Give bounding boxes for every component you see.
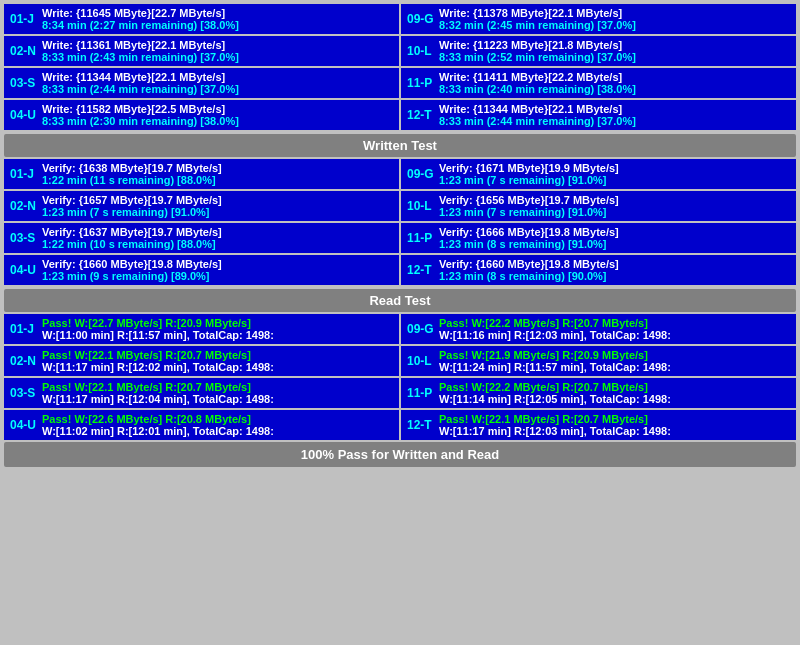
cell-line2: W:[11:17 min] R:[12:04 min], TotalCap: 1… [42,393,393,405]
cell-line1: Write: {11378 MByte}[22.1 MByte/s] [439,7,790,19]
drive-cell-01-j: 01-JPass! W:[22.7 MByte/s] R:[20.9 MByte… [4,314,399,344]
drive-cell-12-t: 12-TVerify: {1660 MByte}[19.8 MByte/s]1:… [401,255,796,285]
main-container: 01-JWrite: {11645 MByte}[22.7 MByte/s]8:… [0,0,800,471]
drive-cell-02-n: 02-NVerify: {1657 MByte}[19.7 MByte/s]1:… [4,191,399,221]
cell-id: 09-G [407,167,435,181]
cell-line1: Write: {11344 MByte}[22.1 MByte/s] [42,71,393,83]
cell-line2: 8:33 min (2:52 min remaining) [37.0%] [439,51,790,63]
left-column: 01-JWrite: {11645 MByte}[22.7 MByte/s]8:… [4,4,399,130]
cell-line2: 1:23 min (9 s remaining) [89.0%] [42,270,393,282]
drive-cell-01-j: 01-JWrite: {11645 MByte}[22.7 MByte/s]8:… [4,4,399,34]
drive-cell-03-s: 03-SWrite: {11344 MByte}[22.1 MByte/s]8:… [4,68,399,98]
cell-line2: 1:22 min (11 s remaining) [88.0%] [42,174,393,186]
cell-id: 02-N [10,199,38,213]
cell-line1: Verify: {1656 MByte}[19.7 MByte/s] [439,194,790,206]
write-section: 01-JWrite: {11645 MByte}[22.7 MByte/s]8:… [4,4,796,130]
cell-id: 04-U [10,418,38,432]
drive-cell-09-g: 09-GVerify: {1671 MByte}[19.9 MByte/s]1:… [401,159,796,189]
cell-line1: Pass! W:[22.2 MByte/s] R:[20.7 MByte/s] [439,317,790,329]
cell-line2: 1:23 min (7 s remaining) [91.0%] [42,206,393,218]
cell-id: 10-L [407,44,435,58]
drive-cell-01-j: 01-JVerify: {1638 MByte}[19.7 MByte/s]1:… [4,159,399,189]
cell-line2: 1:23 min (8 s remaining) [91.0%] [439,238,790,250]
cell-line1: Pass! W:[22.2 MByte/s] R:[20.7 MByte/s] [439,381,790,393]
cell-line2: 1:23 min (8 s remaining) [90.0%] [439,270,790,282]
cell-line2: 8:32 min (2:45 min remaining) [37.0%] [439,19,790,31]
cell-id: 12-T [407,418,435,432]
cell-line1: Verify: {1657 MByte}[19.7 MByte/s] [42,194,393,206]
drive-cell-09-g: 09-GPass! W:[22.2 MByte/s] R:[20.7 MByte… [401,314,796,344]
cell-line2: 8:33 min (2:43 min remaining) [37.0%] [42,51,393,63]
cell-id: 03-S [10,231,38,245]
cell-line1: Verify: {1671 MByte}[19.9 MByte/s] [439,162,790,174]
cell-id: 12-T [407,263,435,277]
cell-line1: Pass! W:[22.7 MByte/s] R:[20.9 MByte/s] [42,317,393,329]
drive-cell-10-l: 10-LVerify: {1656 MByte}[19.7 MByte/s]1:… [401,191,796,221]
drive-cell-12-t: 12-TPass! W:[22.1 MByte/s] R:[20.7 MByte… [401,410,796,440]
drive-cell-11-p: 11-PVerify: {1666 MByte}[19.8 MByte/s]1:… [401,223,796,253]
cell-line2: 1:22 min (10 s remaining) [88.0%] [42,238,393,250]
left-column: 01-JVerify: {1638 MByte}[19.7 MByte/s]1:… [4,159,399,285]
cell-line2: 8:34 min (2:27 min remaining) [38.0%] [42,19,393,31]
cell-line1: Write: {11361 MByte}[22.1 MByte/s] [42,39,393,51]
right-column: 09-GPass! W:[22.2 MByte/s] R:[20.7 MByte… [401,314,796,440]
drive-cell-04-u: 04-UWrite: {11582 MByte}[22.5 MByte/s]8:… [4,100,399,130]
drive-cell-11-p: 11-PPass! W:[22.2 MByte/s] R:[20.7 MByte… [401,378,796,408]
read-test-label: Read Test [4,289,796,312]
cell-line2: W:[11:16 min] R:[12:03 min], TotalCap: 1… [439,329,790,341]
drive-cell-03-s: 03-SVerify: {1637 MByte}[19.7 MByte/s]1:… [4,223,399,253]
drive-cell-02-n: 02-NPass! W:[22.1 MByte/s] R:[20.7 MByte… [4,346,399,376]
cell-id: 04-U [10,108,38,122]
verify-section: 01-JVerify: {1638 MByte}[19.7 MByte/s]1:… [4,159,796,285]
cell-line2: W:[11:00 min] R:[11:57 min], TotalCap: 1… [42,329,393,341]
cell-line1: Write: {11645 MByte}[22.7 MByte/s] [42,7,393,19]
cell-line2: W:[11:24 min] R:[11:57 min], TotalCap: 1… [439,361,790,373]
cell-line2: 8:33 min (2:30 min remaining) [38.0%] [42,115,393,127]
cell-id: 11-P [407,76,435,90]
cell-line1: Pass! W:[22.6 MByte/s] R:[20.8 MByte/s] [42,413,393,425]
cell-line2: 1:23 min (7 s remaining) [91.0%] [439,174,790,186]
cell-id: 02-N [10,354,38,368]
cell-line2: 8:33 min (2:44 min remaining) [37.0%] [42,83,393,95]
cell-line2: 8:33 min (2:40 min remaining) [38.0%] [439,83,790,95]
cell-line2: W:[11:14 min] R:[12:05 min], TotalCap: 1… [439,393,790,405]
cell-id: 01-J [10,322,38,336]
written-test-label: Written Test [4,134,796,157]
drive-cell-03-s: 03-SPass! W:[22.1 MByte/s] R:[20.7 MByte… [4,378,399,408]
right-column: 09-GVerify: {1671 MByte}[19.9 MByte/s]1:… [401,159,796,285]
cell-line1: Pass! W:[22.1 MByte/s] R:[20.7 MByte/s] [439,413,790,425]
cell-line1: Verify: {1660 MByte}[19.8 MByte/s] [439,258,790,270]
drive-cell-04-u: 04-UVerify: {1660 MByte}[19.8 MByte/s]1:… [4,255,399,285]
cell-line2: W:[11:17 min] R:[12:03 min], TotalCap: 1… [439,425,790,437]
cell-line2: 8:33 min (2:44 min remaining) [37.0%] [439,115,790,127]
drive-cell-12-t: 12-TWrite: {11344 MByte}[22.1 MByte/s]8:… [401,100,796,130]
cell-id: 01-J [10,167,38,181]
cell-id: 09-G [407,322,435,336]
drive-cell-02-n: 02-NWrite: {11361 MByte}[22.1 MByte/s]8:… [4,36,399,66]
final-label: 100% Pass for Written and Read [4,442,796,467]
cell-line1: Pass! W:[22.1 MByte/s] R:[20.7 MByte/s] [42,381,393,393]
cell-id: 10-L [407,199,435,213]
cell-id: 12-T [407,108,435,122]
cell-line1: Write: {11582 MByte}[22.5 MByte/s] [42,103,393,115]
cell-id: 01-J [10,12,38,26]
drive-cell-09-g: 09-GWrite: {11378 MByte}[22.1 MByte/s]8:… [401,4,796,34]
cell-line1: Write: {11344 MByte}[22.1 MByte/s] [439,103,790,115]
cell-id: 11-P [407,231,435,245]
cell-id: 03-S [10,386,38,400]
left-column: 01-JPass! W:[22.7 MByte/s] R:[20.9 MByte… [4,314,399,440]
cell-line1: Write: {11223 MByte}[21.8 MByte/s] [439,39,790,51]
cell-id: 03-S [10,76,38,90]
cell-id: 10-L [407,354,435,368]
cell-line2: W:[11:02 min] R:[12:01 min], TotalCap: 1… [42,425,393,437]
cell-id: 02-N [10,44,38,58]
drive-cell-10-l: 10-LWrite: {11223 MByte}[21.8 MByte/s]8:… [401,36,796,66]
cell-line2: 1:23 min (7 s remaining) [91.0%] [439,206,790,218]
cell-line1: Verify: {1637 MByte}[19.7 MByte/s] [42,226,393,238]
right-column: 09-GWrite: {11378 MByte}[22.1 MByte/s]8:… [401,4,796,130]
drive-cell-10-l: 10-LPass! W:[21.9 MByte/s] R:[20.9 MByte… [401,346,796,376]
read-section: 01-JPass! W:[22.7 MByte/s] R:[20.9 MByte… [4,314,796,440]
cell-id: 09-G [407,12,435,26]
cell-line1: Pass! W:[22.1 MByte/s] R:[20.7 MByte/s] [42,349,393,361]
cell-line1: Verify: {1638 MByte}[19.7 MByte/s] [42,162,393,174]
